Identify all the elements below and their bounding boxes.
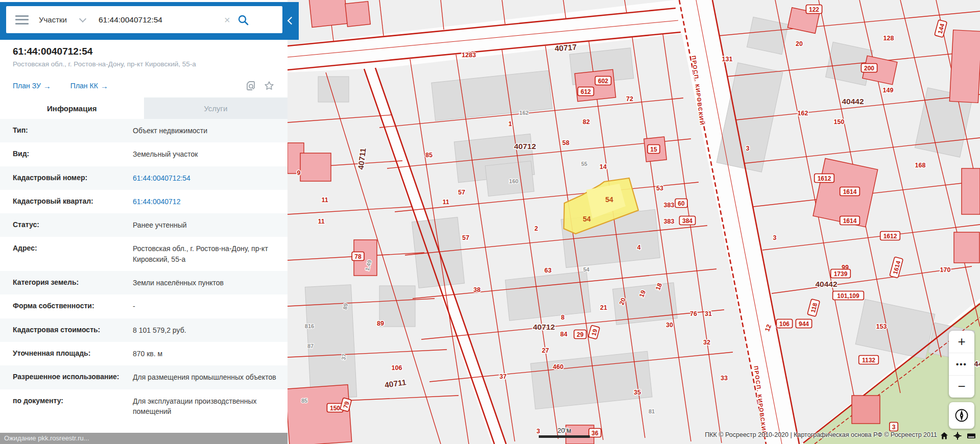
plan-kk-link[interactable]: План КК→ (70, 82, 108, 90)
zoom-out-button[interactable]: − (949, 376, 974, 398)
favorite-star-icon[interactable] (264, 80, 275, 91)
parcel-number-label: 20 (796, 40, 803, 47)
parcel-number-label: 89 (377, 320, 384, 327)
parcel-number-label: 85 (425, 152, 433, 159)
parcel-number-label: 32 (703, 339, 710, 346)
row-label: Категория земель: (0, 278, 133, 287)
parcel-number-label: 1 (509, 120, 512, 128)
parcel-number-label: 9 (297, 169, 301, 177)
home-icon[interactable] (940, 432, 948, 440)
scale-bar (539, 435, 590, 438)
cadastral-map-svg[interactable]: 1621605554818168737891.49798512838515882… (288, 0, 980, 444)
locate-compass-button[interactable] (949, 402, 974, 429)
zoom-in-button[interactable]: + (949, 331, 974, 353)
row-value: - (133, 301, 288, 311)
table-row: Разрешенное использование:Для размещения… (0, 365, 288, 389)
parcel-number-label: 2 (535, 225, 538, 232)
parcel-number-label: 53 (656, 185, 663, 192)
zoom-controls: + ••• − (949, 331, 974, 398)
parcel-number-label: 14 (600, 163, 607, 170)
svg-text:29: 29 (577, 331, 584, 338)
svg-text:3: 3 (892, 424, 896, 431)
row-value: Для эксплуатации производственных помеще… (133, 396, 288, 417)
plan-zu-link[interactable]: План ЗУ→ (13, 82, 51, 90)
parcel-number-label: 33 (721, 375, 728, 382)
boxed-parcel-label: 101,109 (833, 291, 864, 300)
svg-text:101,109: 101,109 (837, 292, 859, 300)
parcel-info-panel: 61:44:0040712:54 Ростовская обл., г. Рос… (0, 40, 288, 433)
row-value-link[interactable]: 61:44:0040712 (133, 196, 288, 207)
overview-frame-icon[interactable] (967, 432, 976, 440)
map-canvas[interactable]: 1621605554818168737891.49798512838515882… (288, 0, 980, 444)
status-bar: Ожидание pkk.rosreestr.ru... (0, 433, 288, 444)
chevron-down-icon[interactable] (79, 15, 86, 22)
table-row: Кадастровый номер:61:44:0040712:54 (0, 166, 288, 190)
table-row: Форма собственности:- (0, 294, 288, 318)
compass-icon (952, 406, 971, 425)
boxed-parcel-label: 1132 (859, 356, 879, 364)
svg-text:1132: 1132 (862, 357, 875, 364)
highlighted-parcel-label: 54 (583, 215, 591, 223)
boxed-parcel-label: 1612 (880, 232, 900, 240)
boxed-parcel-label: 3 (890, 423, 898, 431)
panel-tabs: Информация Услуги (0, 97, 288, 119)
quarter-number-label: 40442 (842, 97, 864, 106)
parcel-number-label: 168 (915, 162, 926, 169)
parcel-number-label: 383 (664, 202, 675, 209)
info-table: Тип:Объект недвижимостиВид:Земельный уча… (0, 119, 288, 423)
row-value-link[interactable]: 61:44:0040712:54 (133, 173, 288, 183)
search-icon[interactable] (237, 14, 249, 26)
row-value: Ранее учтенный (133, 220, 288, 230)
parcel-number-label: 31 (705, 310, 712, 317)
more-tools-button[interactable]: ••• (949, 353, 974, 376)
parcel-number-label: 57 (462, 234, 469, 241)
boxed-parcel-label: 106 (776, 319, 792, 328)
table-row: Кадастровый квартал:61:44:0040712 (0, 190, 288, 213)
plan-preview-icon[interactable] (245, 80, 256, 91)
boxed-parcel-label: 78 (352, 252, 364, 261)
parcel-number-label: 162 (798, 110, 808, 117)
svg-text:612: 612 (581, 88, 591, 95)
quarter-number-label: 40712 (533, 323, 555, 331)
building-number-label: 55 (581, 161, 587, 167)
search-input[interactable] (98, 15, 222, 25)
row-value: Объект недвижимости (133, 126, 288, 136)
svg-text:150: 150 (330, 405, 340, 412)
quarter-number-label: 40712 (514, 142, 536, 151)
table-row: Статус:Ранее учтенный (0, 213, 288, 237)
parcel-number-label: 383 (664, 218, 675, 225)
table-row: Адрес:Ростовская обл., г. Ростов-на-Дону… (0, 237, 288, 271)
boxed-parcel-label: 384 (679, 216, 695, 225)
svg-text:78: 78 (354, 253, 362, 260)
parcel-number-label: 106 (392, 364, 402, 372)
parcel-number-label: 150 (834, 118, 845, 126)
row-label: Адрес: (0, 243, 133, 253)
svg-text:1612: 1612 (883, 233, 897, 240)
parcel-number-label: 8 (561, 314, 565, 321)
arrow-right-icon: → (43, 82, 51, 90)
parcel-number-label: 27 (542, 347, 549, 354)
building-number-label: 89 (342, 303, 349, 310)
table-row: Тип:Объект недвижимости (0, 119, 288, 142)
row-label: Уточненная площадь: (0, 349, 133, 358)
parcel-number-label: 11 (321, 196, 328, 204)
collapse-panel-button[interactable] (289, 15, 296, 26)
parcel-title: 61:44:0040712:54 (0, 40, 288, 57)
tab-information[interactable]: Информация (0, 97, 144, 119)
row-label: Кадастровая стоимость: (0, 325, 133, 335)
row-label: Вид: (0, 149, 133, 159)
chevron-left-icon (288, 17, 296, 25)
table-row: Уточненная площадь:870 кв. м (0, 342, 288, 365)
parcel-number-label: 4 (637, 244, 641, 251)
row-label: Статус: (0, 220, 133, 230)
menu-icon[interactable] (15, 15, 29, 24)
parcel-number-label: 11 (318, 218, 324, 225)
tab-services[interactable]: Услуги (144, 97, 288, 119)
svg-text:122: 122 (809, 6, 819, 13)
search-category[interactable]: Участки (39, 15, 67, 24)
boxed-parcel-label: 612 (578, 87, 593, 96)
clear-search-icon[interactable]: × (224, 15, 230, 25)
crosshair-icon[interactable] (953, 432, 962, 440)
svg-text:944: 944 (799, 320, 809, 328)
search-header: Участки × (0, 2, 299, 40)
